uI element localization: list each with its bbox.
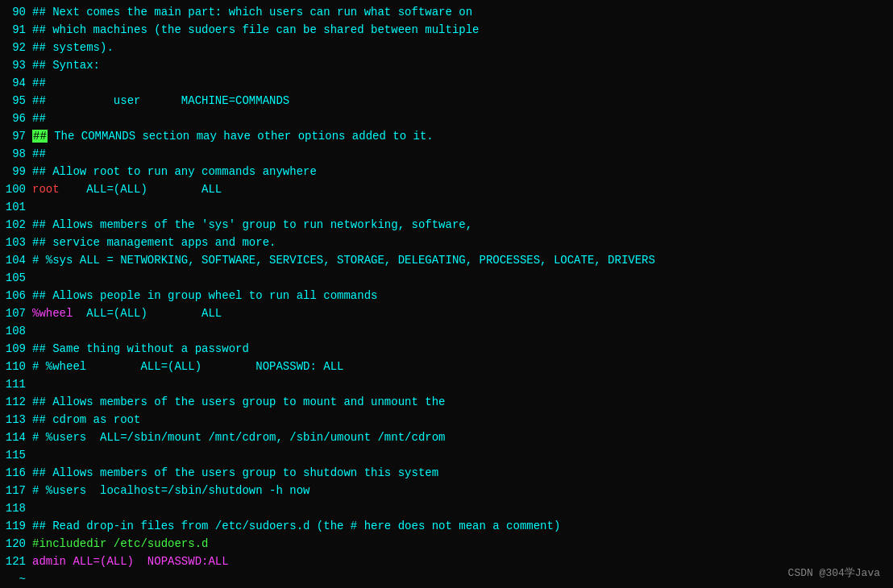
line-content: ## Same thing without a password	[32, 340, 893, 358]
line-number: 93	[0, 56, 32, 74]
line: 119## Read drop-in files from /etc/sudoe…	[0, 517, 893, 535]
line-number: 113	[0, 411, 32, 429]
line-number: 107	[0, 304, 32, 322]
line-content: ## Allows members of the users group to …	[32, 393, 893, 411]
line-number: ~	[0, 570, 32, 588]
line-content: ## Allows members of the 'sys' group to …	[32, 216, 893, 234]
line: ~	[0, 570, 893, 588]
watermark-label: CSDN @304学Java	[788, 565, 880, 580]
line-content: ## user MACHINE=COMMANDS	[32, 92, 893, 110]
line-content: root ALL=(ALL) ALL	[32, 180, 893, 198]
line-content: ##	[32, 110, 893, 127]
line-content: ## Allow root to run any commands anywhe…	[32, 163, 893, 180]
line: 117# %users localhost=/sbin/shutdown -h …	[0, 482, 893, 499]
line-content: ##	[32, 74, 893, 92]
line-number: 109	[0, 340, 32, 358]
line-number: 99	[0, 163, 32, 180]
line-number: 121	[0, 553, 32, 570]
line: 111	[0, 375, 893, 393]
line-number: 101	[0, 198, 32, 216]
line: 106## Allows people in group wheel to ru…	[0, 287, 893, 304]
line-number: 119	[0, 517, 32, 535]
line-content: ##	[32, 145, 893, 163]
line-content: ## service management apps and more.	[32, 234, 893, 251]
line-content: # %users ALL=/sbin/mount /mnt/cdrom, /sb…	[32, 429, 893, 446]
line: 114# %users ALL=/sbin/mount /mnt/cdrom, …	[0, 429, 893, 446]
line: 90## Next comes the main part: which use…	[0, 3, 893, 21]
line: 110# %wheel ALL=(ALL) NOPASSWD: ALL	[0, 358, 893, 375]
line: 101	[0, 198, 893, 216]
line: 102## Allows members of the 'sys' group …	[0, 216, 893, 234]
line-number: 98	[0, 145, 32, 163]
line-content: #includedir /etc/sudoers.d	[32, 535, 893, 553]
line-content: ## The COMMANDS section may have other o…	[32, 127, 893, 145]
line: 105	[0, 269, 893, 287]
line: 107%wheel ALL=(ALL) ALL	[0, 304, 893, 322]
line: 115	[0, 446, 893, 464]
line-content: ## Syntax:	[32, 56, 893, 74]
line: 109## Same thing without a password	[0, 340, 893, 358]
line-number: 116	[0, 464, 32, 482]
line-number: 92	[0, 39, 32, 56]
line-content: %wheel ALL=(ALL) ALL	[32, 304, 893, 322]
line-number: 111	[0, 375, 32, 393]
line-number: 96	[0, 110, 32, 127]
line: 95## user MACHINE=COMMANDS	[0, 92, 893, 110]
line-content: ## Allows people in group wheel to run a…	[32, 287, 893, 304]
line-number: 105	[0, 269, 32, 287]
line-number: 103	[0, 234, 32, 251]
line-number: 100	[0, 180, 32, 198]
line: 99## Allow root to run any commands anyw…	[0, 163, 893, 180]
line: 103## service management apps and more.	[0, 234, 893, 251]
line: 97## The COMMANDS section may have other…	[0, 127, 893, 145]
line: 116## Allows members of the users group …	[0, 464, 893, 482]
line-content: ## Read drop-in files from /etc/sudoers.…	[32, 517, 893, 535]
line-content: # %users localhost=/sbin/shutdown -h now	[32, 482, 893, 499]
line-number: 95	[0, 92, 32, 110]
line: 121admin ALL=(ALL) NOPASSWD:ALL	[0, 553, 893, 570]
line-content: ## Next comes the main part: which users…	[32, 3, 893, 21]
line-number: 102	[0, 216, 32, 234]
line-content: ## cdrom as root	[32, 411, 893, 429]
line: 104# %sys ALL = NETWORKING, SOFTWARE, SE…	[0, 251, 893, 269]
line: 112## Allows members of the users group …	[0, 393, 893, 411]
line-content: # %sys ALL = NETWORKING, SOFTWARE, SERVI…	[32, 251, 893, 269]
line: 113## cdrom as root	[0, 411, 893, 429]
line-number: 91	[0, 21, 32, 39]
line-content: ## which machines (the sudoers file can …	[32, 21, 893, 39]
line-number: 115	[0, 446, 32, 464]
line: 96##	[0, 110, 893, 127]
line-number: 97	[0, 127, 32, 145]
line-number: 118	[0, 499, 32, 517]
line-number: 94	[0, 74, 32, 92]
line: 98##	[0, 145, 893, 163]
line-content: # %wheel ALL=(ALL) NOPASSWD: ALL	[32, 358, 893, 375]
line: 120#includedir /etc/sudoers.d	[0, 535, 893, 553]
line: 94##	[0, 74, 893, 92]
line-number: 117	[0, 482, 32, 499]
line-number: 114	[0, 429, 32, 446]
line: 92## systems).	[0, 39, 893, 56]
line-number: 108	[0, 322, 32, 340]
line-number: 90	[0, 3, 32, 21]
line-number: 104	[0, 251, 32, 269]
line-number: 110	[0, 358, 32, 375]
line-number: 106	[0, 287, 32, 304]
code-editor: 90## Next comes the main part: which use…	[0, 0, 893, 588]
line-content: admin ALL=(ALL) NOPASSWD:ALL	[32, 553, 893, 570]
line: 118	[0, 499, 893, 517]
line: 100root ALL=(ALL) ALL	[0, 180, 893, 198]
line-content: ## systems).	[32, 39, 893, 56]
line: 93## Syntax:	[0, 56, 893, 74]
line: 108	[0, 322, 893, 340]
line-number: 120	[0, 535, 32, 553]
line-content: ## Allows members of the users group to …	[32, 464, 893, 482]
line: 91## which machines (the sudoers file ca…	[0, 21, 893, 39]
line-number: 112	[0, 393, 32, 411]
